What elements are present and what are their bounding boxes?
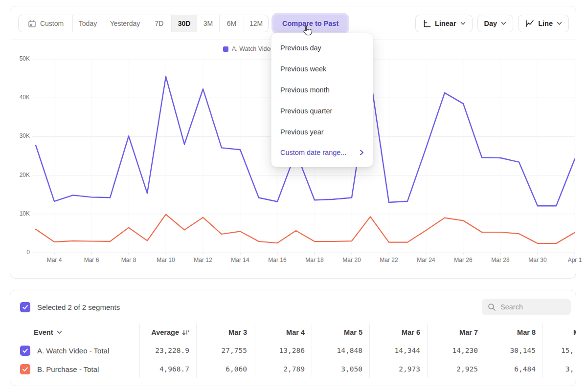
x-axis-label: Mar 16: [266, 257, 289, 263]
selected-summary: Selected 2 of 2 segments: [37, 303, 120, 311]
chevron-down-icon: [501, 22, 506, 25]
range-6m[interactable]: 6M: [219, 15, 244, 32]
cell-value: 3,050: [312, 360, 369, 378]
range-3m[interactable]: 3M: [197, 15, 219, 32]
check-icon: [22, 304, 29, 311]
date-range-picker: Custom Today Yesterday 7D 30D 3M 6M 12M: [18, 15, 269, 32]
cell-value: 2,973: [369, 360, 427, 378]
column-header-event[interactable]: Event: [10, 324, 139, 341]
column-header-average[interactable]: Average: [139, 324, 196, 341]
range-custom-label: Custom: [40, 20, 64, 27]
cell-value: 27,755: [196, 341, 254, 360]
compare-to-past-menu: Previous day Previous week Previous mont…: [271, 33, 373, 167]
column-header: Mar 8: [485, 324, 542, 341]
table-row: B. Purchase - Total 4,968.7 6,060 2,789 …: [10, 360, 576, 378]
cell-value: 2,925: [427, 360, 485, 378]
row-watch-video-label: A. Watch Video - Total: [10, 341, 139, 360]
check-icon: [22, 347, 29, 354]
column-header: Mar 4: [254, 324, 312, 341]
x-axis-label: Mar 18: [303, 257, 326, 263]
table-row: A. Watch Video - Total 23,228.9 27,755 1…: [10, 341, 576, 360]
x-axis-label: Mar 10: [155, 257, 177, 263]
column-header-clipped: M: [542, 324, 576, 341]
purchase-line: [36, 215, 575, 243]
range-yesterday[interactable]: Yesterday: [103, 15, 147, 32]
cell-value: 14,230: [427, 341, 485, 360]
cell-value: 30,145: [485, 341, 542, 360]
x-axis-label: Mar 22: [378, 257, 400, 263]
range-today[interactable]: Today: [72, 15, 103, 32]
chart-card: Custom Today Yesterday 7D 30D 3M 6M 12M …: [10, 6, 576, 279]
row-purchase-label: B. Purchase - Total: [10, 360, 139, 378]
x-axis-label: Mar 26: [452, 257, 474, 263]
segments-card: Selected 2 of 2 segments Event Average: [10, 290, 576, 386]
cell-value: 13,286: [254, 341, 312, 360]
x-axis-label: Mar 14: [229, 257, 251, 263]
menu-item-previous-week[interactable]: Previous week: [271, 58, 373, 79]
column-header: Mar 3: [196, 324, 254, 341]
search-box[interactable]: [482, 299, 571, 315]
y-axis-label: 0: [10, 249, 30, 256]
x-axis-label: Mar 4: [43, 257, 66, 263]
x-axis-label: Mar 6: [80, 257, 103, 263]
y-axis-label: 40K: [10, 94, 30, 101]
scale-select[interactable]: Linear: [415, 15, 473, 32]
range-custom[interactable]: Custom: [19, 15, 72, 32]
y-axis-label: 30K: [10, 132, 30, 139]
cell-value-clipped: 3,: [542, 360, 576, 378]
menu-item-previous-day[interactable]: Previous day: [271, 37, 373, 58]
cell-value: 4,968.7: [139, 360, 196, 378]
x-axis-label: Apr 1: [564, 257, 586, 263]
menu-item-previous-quarter[interactable]: Previous quarter: [271, 100, 373, 121]
interval-label: Day: [484, 20, 497, 27]
chart-type-select[interactable]: Line: [518, 15, 569, 32]
custom-date-range-label: Custom date range...: [280, 149, 346, 156]
select-all-checkbox[interactable]: [20, 302, 30, 312]
column-header: Mar 7: [427, 324, 485, 341]
cell-value: 6,484: [485, 360, 542, 378]
search-input[interactable]: [500, 303, 564, 311]
cell-value: 6,060: [196, 360, 254, 378]
chart-type-label: Line: [538, 20, 553, 27]
line-chart-icon: [525, 19, 534, 28]
chart-controls: Linear Day Line: [415, 15, 569, 32]
scale-label: Linear: [435, 20, 456, 27]
sort-descending-icon: [182, 329, 189, 336]
x-axis-label: Mar 8: [117, 257, 140, 263]
calendar-icon: [27, 19, 37, 28]
chevron-down-icon: [460, 22, 466, 25]
cell-value: 2,789: [254, 360, 312, 378]
x-axis-label: Mar 24: [415, 257, 437, 263]
y-axis-label: 10K: [10, 210, 30, 217]
table-header-row: Event Average Mar 3 Mar 4 Mar 5 Mar 6 Ma…: [10, 324, 576, 341]
chevron-down-icon: [57, 330, 62, 334]
legend-swatch: [223, 46, 228, 52]
cell-value: 14,344: [369, 341, 427, 360]
segments-header: Selected 2 of 2 segments: [10, 297, 576, 317]
interval-select[interactable]: Day: [477, 15, 514, 32]
range-30d[interactable]: 30D: [171, 15, 197, 32]
x-axis-label: Mar 12: [192, 257, 214, 263]
menu-item-previous-year[interactable]: Previous year: [271, 121, 373, 142]
cell-value: 14,848: [312, 341, 369, 360]
x-axis-label: Mar 20: [340, 257, 363, 263]
x-axis-label: Mar 30: [526, 257, 549, 263]
cursor-pointer-icon: [300, 24, 313, 39]
x-axis-label: Mar 28: [489, 257, 512, 263]
chevron-right-icon: [360, 150, 364, 155]
menu-item-previous-month[interactable]: Previous month: [271, 79, 373, 100]
cell-value-clipped: 15,: [542, 341, 576, 360]
range-7d[interactable]: 7D: [147, 15, 171, 32]
column-header: Mar 6: [369, 324, 427, 341]
y-axis-label: 20K: [10, 172, 30, 178]
cell-value: 23,228.9: [139, 341, 196, 360]
menu-item-custom-date-range[interactable]: Custom date range...: [271, 142, 373, 163]
chevron-down-icon: [557, 22, 562, 25]
row-purchase-checkbox[interactable]: [20, 364, 30, 374]
y-axis-label: 50K: [10, 55, 30, 62]
search-icon: [488, 303, 496, 311]
row-watch-video-checkbox[interactable]: [20, 346, 30, 356]
linear-scale-icon: [422, 19, 431, 28]
range-12m[interactable]: 12M: [244, 15, 268, 32]
check-icon: [22, 366, 29, 373]
